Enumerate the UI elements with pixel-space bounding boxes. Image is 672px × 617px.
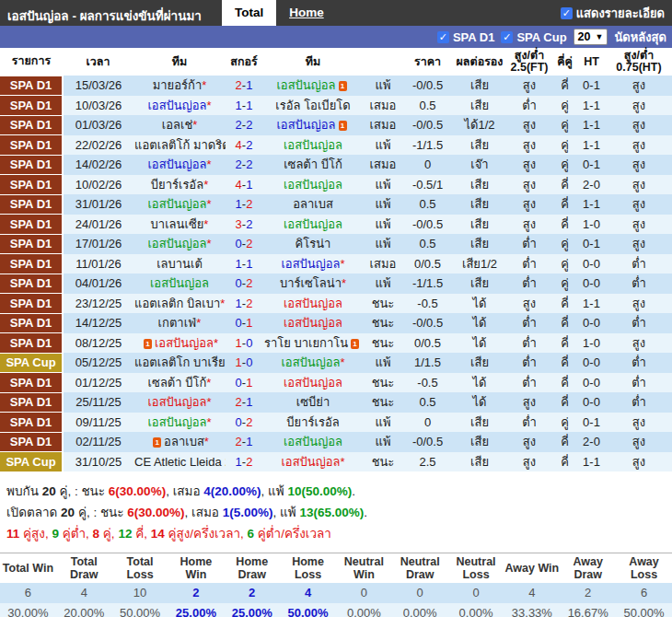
handicap-result: เจ๊า xyxy=(453,155,506,175)
league-badge: SPA Cup xyxy=(0,452,63,472)
match-row: SPA D1 14/12/25 เกตาเฟ่* 0-1 เอสปันญ่อล … xyxy=(0,313,672,333)
results-table-header: รายการเวลาทีมสกอร์ทีมราคาผลต่อรองสูง/ต่ำ… xyxy=(0,48,672,76)
tab-total[interactable]: Total xyxy=(222,0,276,26)
away-team: เซบีย่า xyxy=(262,392,364,413)
odds: -0/0.5 xyxy=(402,215,453,235)
match-date: 14/12/25 xyxy=(63,313,133,333)
stats-percent: 30.00% xyxy=(0,603,56,617)
spa-d1-checkbox[interactable]: ✓ xyxy=(437,31,449,43)
result: แพ้ xyxy=(364,413,402,433)
league-badge: SPA D1 xyxy=(0,135,63,156)
red-card-icon: 1 xyxy=(339,81,347,91)
away-team: เอสปันญ่อล* xyxy=(262,254,364,274)
away-team: อลาเบส xyxy=(262,194,364,215)
handicap-result: เสีย xyxy=(453,175,506,195)
ht-score: 2-0 xyxy=(577,175,606,195)
match-date: 14/02/26 xyxy=(63,155,133,175)
tab-home[interactable]: Home xyxy=(276,0,337,26)
ht-score: 0-0 xyxy=(577,254,606,274)
handicap-result: เสีย xyxy=(453,135,506,156)
match-row: SPA D1 31/01/26 เอสปันญ่อล* 1-2 อลาเบส แ… xyxy=(0,194,672,215)
ht-score: 0-1 xyxy=(577,155,606,175)
home-team: 1เอสปันญ่อล* xyxy=(133,333,226,354)
stats-count: 0 xyxy=(448,583,504,603)
odd-even: คู่ xyxy=(552,234,577,254)
odds: -1/1.5 xyxy=(402,135,453,156)
away-team: เซลต้า บีโก้ xyxy=(262,155,364,175)
handicap-result: เสีย xyxy=(453,452,506,472)
ht-score: 0-0 xyxy=(577,373,606,393)
odds: 1/1.5 xyxy=(402,353,453,373)
handicap-result: เสีย xyxy=(453,353,506,373)
over-under-ft: สูง xyxy=(506,76,552,96)
stats-column-header: Total Draw xyxy=(56,553,112,583)
handicap-result: เสีย xyxy=(453,194,506,215)
match-date: 17/01/26 xyxy=(63,234,133,254)
over-under-ht: ต่ำ xyxy=(606,392,672,413)
over-under-ft: สูง xyxy=(506,432,552,452)
score: 1-2 xyxy=(226,194,262,215)
odds: -0.5/1 xyxy=(402,175,453,195)
league-badge: SPA D1 xyxy=(0,432,63,452)
away-team: บียาร์เรอัล xyxy=(262,413,364,433)
score: 0-2 xyxy=(226,413,262,433)
spa-cup-checkbox[interactable]: ✓ xyxy=(501,31,513,43)
over-under-ht: สูง xyxy=(606,194,672,215)
result: แพ้ xyxy=(364,135,402,156)
match-date: 10/02/26 xyxy=(63,175,133,195)
stats-count-row: 6410224000426 xyxy=(0,583,672,603)
over-under-ht: ต่ำ xyxy=(606,274,672,294)
matches-label: นัดหลังสุด xyxy=(614,28,666,47)
column-header: สูง/ต่ำ 2.5(FT) xyxy=(506,48,552,76)
column-header: รายการ xyxy=(0,48,63,76)
over-under-ht: สูง xyxy=(606,432,672,452)
odd-even: คี่ xyxy=(552,294,577,314)
over-under-ft: สูง xyxy=(506,452,552,472)
over-under-ht: ต่ำ xyxy=(606,353,672,373)
ht-score: 0-1 xyxy=(577,76,606,96)
match-date: 01/03/26 xyxy=(63,115,133,135)
stats-column-header: Total Win xyxy=(0,553,56,583)
stats-count: 10 xyxy=(112,583,168,603)
stats-percent: 25.00% xyxy=(224,603,280,617)
summary-section: พบกัน 20 คู่, : ชนะ 6(30.00%), เสมอ 4(20… xyxy=(0,472,672,550)
over-under-ft: ต่ำ xyxy=(506,413,552,433)
show-detail-checkbox[interactable]: ✓ xyxy=(561,7,573,19)
ht-score: 1-1 xyxy=(577,135,606,156)
stats-percent: 0.00% xyxy=(392,603,448,617)
over-under-ft: สูง xyxy=(506,294,552,314)
home-team: บาเลนเซีย* xyxy=(133,215,226,235)
match-row: SPA D1 09/11/25 เอสปันญ่อล* 0-2 บียาร์เร… xyxy=(0,413,672,433)
column-header: ผลต่อรอง xyxy=(453,48,506,76)
odd-even: คี่ xyxy=(552,333,577,354)
match-date: 01/12/25 xyxy=(63,373,133,393)
summary-line: 11 คู่สูง, 9 คู่ต่ำ, 8 คู่, 12 คี่, 14 ค… xyxy=(6,523,666,544)
league-badge: SPA D1 xyxy=(0,76,63,96)
stats-percent: 50.00% xyxy=(112,603,168,617)
stats-percent: 33.33% xyxy=(504,603,560,617)
over-under-ft: สูง xyxy=(506,194,552,215)
over-under-ft: สูง xyxy=(506,155,552,175)
league-badge: SPA D1 xyxy=(0,373,63,393)
match-date: 05/12/25 xyxy=(63,353,133,373)
match-row: SPA D1 22/02/26 แอตเลติโก้ มาดริด* 4-2 เ… xyxy=(0,135,672,156)
handicap-result: เสีย1/2 xyxy=(453,254,506,274)
home-team: เอสปันญ่อล xyxy=(133,274,226,294)
home-team: มายอร์ก้า* xyxy=(133,76,226,96)
match-row: SPA D1 15/03/26 มายอร์ก้า* 2-1 เอสปันญ่อ… xyxy=(0,76,672,96)
column-header: ทีม xyxy=(133,48,226,76)
stats-column-header: Total Loss xyxy=(112,553,168,583)
league-badge: SPA D1 xyxy=(0,215,63,235)
result: ชนะ xyxy=(364,313,402,333)
result: ชนะ xyxy=(364,373,402,393)
away-team: เอสปันญ่อล xyxy=(262,294,364,314)
home-team: แอตเลติโก้ มาดริด* xyxy=(133,135,226,156)
matches-count-select[interactable]: 20 ▼ xyxy=(574,29,608,45)
home-team: แอตเลติก บิลเบา* xyxy=(133,294,226,314)
show-detail-label: แสดงรายละเอียด xyxy=(576,4,665,23)
match-row: SPA D1 10/02/26 บียาร์เรอัล* 4-1 เอสปันญ… xyxy=(0,175,672,195)
away-team: เอสปันญ่อล1 xyxy=(262,76,364,96)
match-date: 23/12/25 xyxy=(63,294,133,314)
spa-d1-label: SPA D1 xyxy=(453,30,495,44)
league-badge: SPA D1 xyxy=(0,392,63,413)
